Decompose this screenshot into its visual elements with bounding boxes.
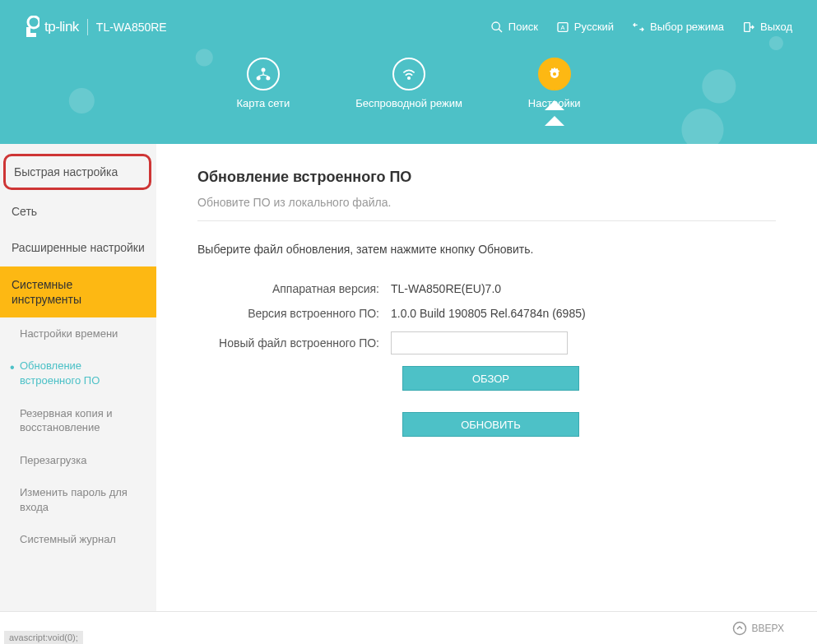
- brand-logo: tp-link: [25, 16, 79, 39]
- tab-settings[interactable]: Настройки: [528, 58, 581, 109]
- status-bar: avascript:void(0);: [4, 631, 83, 644]
- tab-settings-label: Настройки: [528, 97, 581, 109]
- sidebar-item-system-tools[interactable]: Системные инструменты: [0, 266, 156, 317]
- mode-icon: [632, 21, 645, 34]
- active-indicator: [545, 116, 564, 126]
- search-icon: [490, 21, 504, 34]
- language-label: Русский: [574, 21, 614, 33]
- sidebar-sub-reboot[interactable]: Перезагрузка: [0, 444, 156, 477]
- svg-rect-2: [26, 33, 36, 37]
- svg-point-14: [733, 622, 745, 634]
- logout-link[interactable]: Выход: [742, 21, 792, 34]
- tplink-icon: [25, 16, 39, 39]
- update-button[interactable]: ОБНОВИТЬ: [402, 412, 579, 437]
- page-subtitle: Обновите ПО из локального файла.: [197, 196, 776, 221]
- logout-icon: [742, 21, 755, 34]
- fw-version-label: Версия встроенного ПО:: [197, 307, 391, 320]
- svg-point-8: [261, 68, 265, 72]
- footer: ВВЕРХ: [0, 611, 817, 644]
- model-name: TL-WA850RE: [96, 21, 167, 34]
- mode-label: Выбор режима: [650, 21, 724, 33]
- browse-button[interactable]: ОБЗОР: [402, 366, 579, 391]
- sidebar-sub-syslog[interactable]: Системный журнал: [0, 523, 156, 556]
- logout-label: Выход: [760, 21, 792, 33]
- page-title: Обновление встроенного ПО: [197, 169, 776, 186]
- map-icon: [255, 66, 272, 82]
- new-file-label: Новый файл встроенного ПО:: [197, 336, 391, 350]
- wifi-icon: [401, 66, 417, 82]
- sidebar-sub-firmware[interactable]: Обновление встроенного ПО: [0, 350, 156, 396]
- search-label: Поиск: [508, 21, 538, 33]
- instruction-text: Выберите файл обновления, затем нажмите …: [197, 243, 776, 256]
- tab-map-label: Карта сети: [236, 97, 290, 109]
- scroll-top-label: ВВЕРХ: [752, 623, 784, 634]
- svg-point-10: [266, 76, 270, 81]
- scroll-top-button[interactable]: ВВЕРХ: [732, 621, 784, 636]
- svg-line-4: [499, 29, 502, 32]
- firmware-file-input[interactable]: [391, 331, 568, 354]
- sidebar-item-quick-setup[interactable]: Быстрая настройка: [3, 154, 151, 190]
- brand-text: tp-link: [44, 19, 79, 35]
- language-icon: A: [556, 21, 569, 34]
- tab-wireless-label: Беспроводной режим: [355, 97, 462, 109]
- svg-text:A: A: [560, 24, 564, 31]
- tab-wireless[interactable]: Беспроводной режим: [355, 58, 462, 109]
- sidebar: Быстрая настройка Сеть Расширенные настр…: [0, 144, 156, 613]
- sidebar-item-network[interactable]: Сеть: [0, 193, 156, 229]
- sidebar-sub-password[interactable]: Изменить пароль для входа: [0, 476, 156, 523]
- sidebar-sub-time[interactable]: Настройки времени: [0, 317, 156, 350]
- language-link[interactable]: A Русский: [556, 21, 614, 34]
- fw-version-value: 1.0.0 Build 190805 Rel.64784n (6985): [391, 307, 586, 320]
- svg-point-9: [257, 76, 261, 81]
- sidebar-sub-backup[interactable]: Резервная копия и восстановление: [0, 397, 156, 444]
- svg-point-11: [408, 77, 411, 80]
- tab-network-map[interactable]: Карта сети: [236, 58, 290, 109]
- sidebar-item-advanced[interactable]: Расширенные настройки: [0, 229, 156, 266]
- hw-version-value: TL-WA850RE(EU)7.0: [391, 282, 501, 295]
- arrow-up-icon: [732, 621, 747, 636]
- mode-link[interactable]: Выбор режима: [632, 21, 724, 34]
- svg-point-13: [553, 72, 556, 76]
- main-panel: Обновление встроенного ПО Обновите ПО из…: [156, 144, 817, 613]
- svg-rect-7: [745, 22, 750, 31]
- svg-point-0: [28, 16, 39, 28]
- svg-point-3: [492, 22, 499, 30]
- hw-version-label: Аппаратная версия:: [197, 282, 391, 295]
- gear-icon: [546, 66, 563, 82]
- search-link[interactable]: Поиск: [490, 21, 538, 34]
- divider: [87, 19, 88, 35]
